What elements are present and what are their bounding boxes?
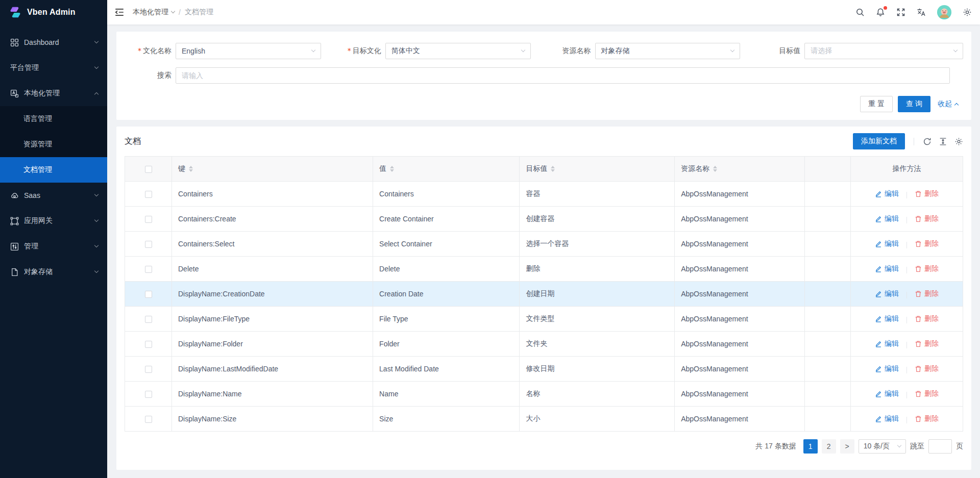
delete-button[interactable]: 删除 (915, 264, 939, 273)
table-row[interactable]: Containers:Select Select Container 选择一个容… (125, 232, 963, 257)
bell-icon[interactable] (876, 8, 885, 17)
delete-button[interactable]: 删除 (915, 389, 939, 398)
select-all-checkbox[interactable] (145, 166, 152, 173)
sidebar-fold-icon[interactable] (114, 7, 125, 17)
edit-button[interactable]: 编辑 (875, 339, 899, 348)
reset-button[interactable]: 重 置 (860, 96, 893, 112)
row-height-icon[interactable] (939, 137, 947, 146)
sidebar-item-object-storage[interactable]: 对象存储 (0, 259, 107, 285)
file-icon (10, 268, 19, 276)
sort-control[interactable] (189, 166, 193, 172)
next-page-button[interactable]: > (840, 439, 854, 454)
sidebar-item-document-mgmt[interactable]: 文档管理 (0, 157, 107, 183)
sidebar-item-language-mgmt[interactable]: 语言管理 (0, 106, 107, 132)
cell-resource: AbpOssManagement (675, 282, 805, 307)
sidebar-item-localization[interactable]: 本地化管理 (0, 81, 107, 106)
table-row[interactable]: DisplayName:FileType File Type 文件类型 AbpO… (125, 307, 963, 332)
row-checkbox[interactable] (145, 341, 152, 348)
breadcrumb: 本地化管理 / 文档管理 (133, 8, 213, 17)
translate-icon[interactable] (917, 8, 926, 17)
culture-select[interactable]: English (176, 43, 321, 59)
table-row[interactable]: Delete Delete 删除 AbpOssManagement (125, 257, 963, 282)
sidebar-item-label: 管理 (24, 242, 95, 251)
sidebar-item-gateway[interactable]: 应用网关 (0, 208, 107, 234)
delete-button[interactable]: 删除 (915, 289, 939, 298)
table-row[interactable]: DisplayName:LastModifiedDate Last Modifi… (125, 357, 963, 382)
redo-icon[interactable] (923, 137, 932, 146)
cell-resource: AbpOssManagement (675, 382, 805, 407)
sidebar-item-platform[interactable]: 平台管理 (0, 55, 107, 81)
row-checkbox[interactable] (145, 316, 152, 323)
settings-icon[interactable] (963, 8, 972, 17)
cell-resource: AbpOssManagement (675, 207, 805, 232)
sidebar-item-dashboard[interactable]: Dashboard (0, 30, 107, 55)
jump-page-input[interactable] (928, 439, 952, 454)
table-row[interactable]: DisplayName:Size Size 大小 AbpOssManagemen… (125, 407, 963, 432)
row-checkbox[interactable] (145, 391, 152, 398)
delete-button[interactable]: 删除 (915, 189, 939, 198)
row-checkbox[interactable] (145, 366, 152, 373)
row-checkbox[interactable] (145, 241, 152, 248)
row-checkbox[interactable] (145, 216, 152, 223)
target-value-select[interactable]: 请选择 (804, 43, 963, 59)
sidebar-item-label: 应用网关 (24, 216, 95, 225)
cell-value: Select Container (373, 232, 520, 257)
logo[interactable]: Vben Admin (0, 0, 107, 24)
avatar[interactable] (937, 5, 951, 19)
edit-pencil-icon (875, 265, 882, 272)
sort-control[interactable] (713, 166, 717, 172)
edit-button[interactable]: 编辑 (875, 189, 899, 198)
breadcrumb-parent[interactable]: 本地化管理 (133, 8, 175, 17)
edit-button[interactable]: 编辑 (875, 364, 899, 373)
table-row[interactable]: Containers:Create Create Container 创建容器 … (125, 207, 963, 232)
table-row[interactable]: Containers Containers 容器 AbpOssManagemen… (125, 182, 963, 207)
fullscreen-icon[interactable] (896, 8, 905, 17)
row-checkbox[interactable] (145, 416, 152, 423)
table-row[interactable]: DisplayName:CreationDate Creation Date 创… (125, 282, 963, 307)
row-checkbox[interactable] (145, 191, 152, 198)
delete-button[interactable]: 删除 (915, 414, 939, 423)
table-row[interactable]: DisplayName:Name Name 名称 AbpOssManagemen… (125, 382, 963, 407)
row-checkbox[interactable] (145, 266, 152, 273)
collapse-link[interactable]: 收起 (938, 99, 958, 109)
sidebar-item-manage[interactable]: 管理 (0, 234, 107, 259)
sidebar-item-saas[interactable]: Saas (0, 183, 107, 208)
delete-button[interactable]: 删除 (915, 364, 939, 373)
cell-target: 容器 (520, 182, 675, 207)
sort-control[interactable] (390, 166, 394, 172)
edit-button[interactable]: 编辑 (875, 264, 899, 273)
search-icon[interactable] (855, 8, 865, 17)
delete-button[interactable]: 删除 (915, 239, 939, 248)
resource-select[interactable]: 对象存储 (595, 43, 741, 59)
table-row[interactable]: DisplayName:Folder Folder 文件夹 AbpOssMana… (125, 332, 963, 357)
edit-button[interactable]: 编辑 (875, 314, 899, 323)
page-size-select[interactable]: 10 条/页 (859, 439, 906, 454)
edit-button[interactable]: 编辑 (875, 414, 899, 423)
delete-button[interactable]: 删除 (915, 314, 939, 323)
search-input[interactable] (176, 67, 950, 84)
cell-empty (804, 307, 850, 332)
cell-empty (804, 357, 850, 382)
edit-button[interactable]: 编辑 (875, 289, 899, 298)
column-settings-icon[interactable] (954, 137, 963, 146)
cell-key: DisplayName:FileType (172, 307, 373, 332)
row-checkbox[interactable] (145, 291, 152, 298)
cell-value: File Type (373, 307, 520, 332)
add-document-button[interactable]: 添加新文档 (853, 133, 905, 149)
target-culture-select[interactable]: 简体中文 (385, 43, 531, 59)
edit-button[interactable]: 编辑 (875, 389, 899, 398)
sidebar-item-resource-mgmt[interactable]: 资源管理 (0, 132, 107, 157)
page-button-1[interactable]: 1 (803, 439, 818, 454)
delete-button[interactable]: 删除 (915, 339, 939, 348)
sort-control[interactable] (551, 166, 555, 172)
delete-button[interactable]: 删除 (915, 214, 939, 223)
cell-resource: AbpOssManagement (675, 332, 805, 357)
page-button-2[interactable]: 2 (822, 439, 836, 454)
cell-key: DisplayName:CreationDate (172, 282, 373, 307)
chevron-down-icon (897, 443, 901, 447)
query-button[interactable]: 查 询 (898, 96, 930, 112)
edit-button[interactable]: 编辑 (875, 214, 899, 223)
target-culture-label: 目标文化 (334, 46, 381, 56)
page-content: 文化名称 English 目标文化 简体中文 (107, 24, 980, 478)
edit-button[interactable]: 编辑 (875, 239, 899, 248)
